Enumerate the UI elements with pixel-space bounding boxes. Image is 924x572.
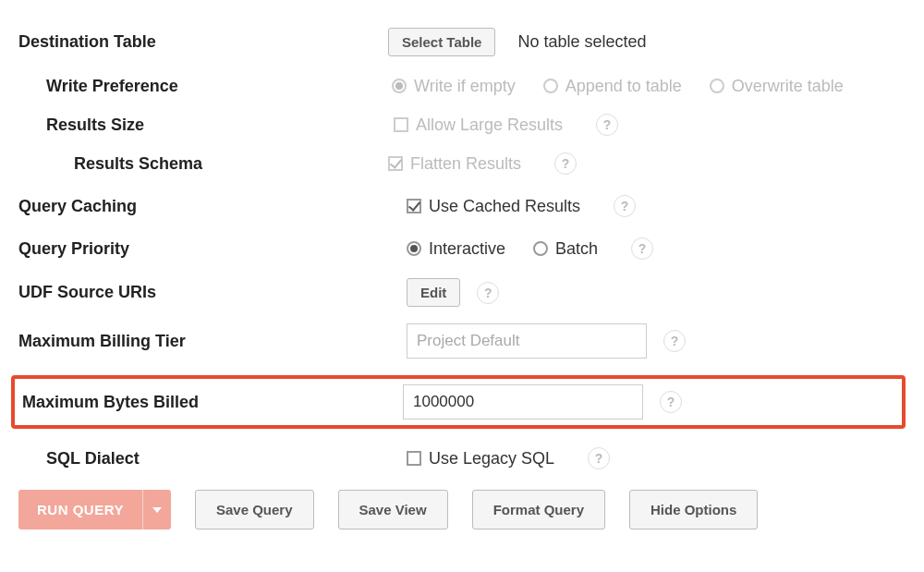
- format-query-button[interactable]: Format Query: [472, 490, 605, 529]
- allow-large-results-checkbox[interactable]: Allow Large Results: [394, 116, 563, 135]
- query-caching-label: Query Caching: [18, 197, 388, 216]
- results-schema-label: Results Schema: [18, 154, 388, 174]
- sql-dialect-label: SQL Dialect: [18, 449, 388, 469]
- help-icon[interactable]: ?: [554, 152, 577, 175]
- help-icon[interactable]: ?: [631, 237, 653, 260]
- batch-radio[interactable]: Batch: [533, 239, 598, 259]
- run-query-button[interactable]: RUN QUERY: [18, 490, 142, 529]
- results-size-label: Results Size: [18, 116, 388, 135]
- help-icon[interactable]: ?: [588, 447, 610, 469]
- query-priority-label: Query Priority: [18, 239, 388, 259]
- help-icon[interactable]: ?: [596, 114, 618, 136]
- overwrite-table-radio[interactable]: Overwrite table: [710, 77, 844, 96]
- destination-table-status: No table selected: [517, 32, 646, 52]
- udf-source-uris-label: UDF Source URIs: [18, 283, 388, 302]
- interactive-label: Interactive: [429, 239, 505, 259]
- run-query-dropdown[interactable]: [142, 490, 171, 529]
- append-to-table-radio[interactable]: Append to table: [543, 77, 682, 96]
- use-legacy-sql-label: Use Legacy SQL: [429, 449, 554, 469]
- caret-down-icon: [152, 505, 162, 515]
- run-query-group: RUN QUERY: [18, 490, 171, 529]
- write-preference-label: Write Preference: [18, 77, 388, 96]
- save-query-button[interactable]: Save Query: [195, 490, 314, 529]
- help-icon[interactable]: ?: [660, 391, 682, 413]
- interactive-radio[interactable]: Interactive: [407, 239, 505, 259]
- select-table-button[interactable]: Select Table: [388, 28, 495, 56]
- write-if-empty-radio[interactable]: Write if empty: [392, 77, 516, 96]
- batch-label: Batch: [555, 239, 598, 259]
- maximum-bytes-billed-row: Maximum Bytes Billed ?: [11, 375, 906, 429]
- hide-options-button[interactable]: Hide Options: [629, 490, 758, 529]
- save-view-button[interactable]: Save View: [338, 490, 448, 529]
- use-legacy-sql-checkbox[interactable]: Use Legacy SQL: [407, 449, 554, 469]
- append-to-table-label: Append to table: [565, 77, 682, 96]
- maximum-billing-tier-label: Maximum Billing Tier: [18, 332, 388, 351]
- help-icon[interactable]: ?: [614, 195, 636, 217]
- use-cached-results-checkbox[interactable]: Use Cached Results: [407, 197, 580, 216]
- use-cached-results-label: Use Cached Results: [429, 197, 580, 216]
- help-icon[interactable]: ?: [663, 330, 686, 352]
- maximum-billing-tier-input[interactable]: [407, 323, 647, 359]
- help-icon[interactable]: ?: [477, 282, 499, 304]
- overwrite-table-label: Overwrite table: [732, 77, 844, 96]
- flatten-results-checkbox[interactable]: Flatten Results: [388, 154, 521, 174]
- edit-udf-button[interactable]: Edit: [407, 278, 460, 307]
- write-if-empty-label: Write if empty: [414, 77, 516, 96]
- destination-table-label: Destination Table: [18, 32, 388, 52]
- flatten-results-label: Flatten Results: [410, 154, 521, 174]
- maximum-bytes-billed-label: Maximum Bytes Billed: [15, 393, 384, 412]
- allow-large-results-label: Allow Large Results: [416, 116, 563, 135]
- maximum-bytes-billed-input[interactable]: [403, 384, 643, 420]
